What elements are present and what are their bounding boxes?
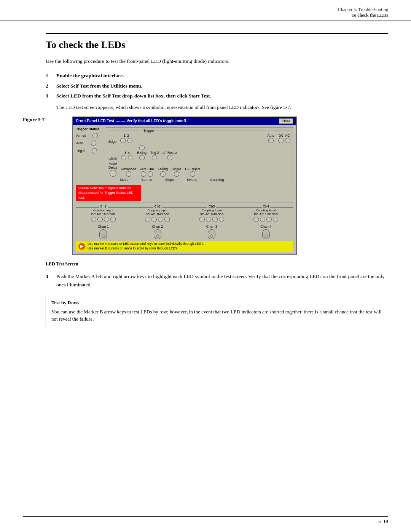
ch4-led-4 [273, 217, 278, 222]
ac-label: AC [285, 134, 290, 137]
chan3-block: Chan 3 [185, 225, 239, 239]
warning-box: Please Note: Input signals must be disco… [76, 185, 141, 201]
ch3-input-label: Input [215, 209, 222, 212]
trigger-label: Trigger [142, 129, 155, 133]
edge-2-led [127, 138, 132, 143]
ch4-line-right [270, 207, 293, 208]
line-label: Line [148, 167, 154, 171]
step-3-num: 3 [46, 92, 56, 100]
coupling-bottom-label: Coupling [210, 178, 224, 182]
ch1-name: Ch1 [99, 204, 108, 208]
close-button[interactable]: Close [279, 118, 293, 124]
ch1-impedance: 1MΩ 50Ω [102, 212, 115, 216]
chan1-block: Chan 1 [76, 225, 131, 239]
intro-paragraph: Use the following procedure to test the … [46, 58, 388, 65]
ch3-ac: AC [205, 212, 209, 216]
ch2-circles [145, 216, 170, 222]
chan4-block: Chan 4 [239, 225, 293, 239]
ch2-dc: DC [145, 212, 150, 216]
falling-led [160, 171, 166, 177]
ch3-line-left [185, 207, 207, 208]
page-footer: 5–19 [23, 516, 388, 524]
ch2-led-3 [158, 217, 163, 222]
single-led [174, 171, 179, 177]
ch3-dc: DC [200, 212, 204, 216]
section-divider [76, 203, 293, 203]
info-bar: ▶ Use marker A cursors or LED associated… [76, 241, 293, 252]
info-line1: Use marker A cursors or LED associated k… [88, 242, 204, 246]
ch1-led-1 [91, 217, 96, 222]
step-1-num: 1 [46, 72, 56, 80]
ch3-dcac: DC AC 1MΩ 50Ω [200, 212, 224, 216]
ac-led [285, 138, 290, 143]
glitch-3-led [121, 155, 126, 160]
step-3: 3 Select LED from the Self Test drop-dow… [46, 92, 388, 100]
ch1-dcac: DC AC 1MΩ 50Ω [91, 212, 115, 216]
ch2-line-left [131, 207, 153, 208]
ch1-circles [91, 216, 116, 222]
aux-label: Aux [140, 167, 146, 171]
ch3-impedance: 1MΩ 50Ω [210, 212, 223, 216]
ch4-dcac: DC AC 1MΩ 50Ω [254, 212, 278, 216]
ch3-led-4 [219, 217, 224, 222]
ch1-led-2 [97, 217, 103, 222]
source-label: Source [142, 178, 153, 182]
ch2-dcac: DC AC 1MΩ 50Ω [145, 212, 169, 216]
section-text: To check the LEDs [23, 13, 388, 18]
screen-caption: LED Test Screen [46, 261, 388, 267]
chan1-label: Chan 1 [98, 225, 109, 228]
auto-led [91, 141, 96, 146]
ch4-title-bar: Ch4 [239, 204, 293, 208]
hf-reject-led [190, 171, 195, 177]
ch2-title-bar: Ch2 [131, 204, 185, 208]
ch1-block: Ch1 Coupling Input DC AC 1MΩ 50Ω [76, 204, 131, 222]
advanced-led [126, 171, 131, 177]
ch3-led-1 [199, 217, 205, 222]
step4-row: 4 Push the Marker A left and right arrow… [46, 272, 388, 289]
step4-text: Push the Marker A left and right arrow k… [56, 272, 388, 289]
ch2-led-2 [151, 217, 157, 222]
ch3-line-right [216, 207, 239, 208]
ch2-line-right [162, 207, 185, 208]
sweep-label: Sweep [187, 178, 198, 182]
ch1-dc: DC [91, 212, 96, 216]
glitch-4-led [128, 155, 133, 160]
falling-label: Falling [158, 167, 168, 171]
ch3-title-bar: Ch3 [185, 204, 239, 208]
aux-led [141, 171, 146, 177]
trigger-panel: Trigger Edge 1 [106, 127, 293, 183]
edge-1-led [120, 138, 126, 143]
ch2-sub-labels: Coupling Input [148, 209, 167, 212]
armed-row: Armed [76, 133, 103, 139]
sub-paragraph: The LED test screen appears, which shows… [56, 104, 388, 111]
step4-num: 4 [46, 273, 56, 280]
chan2-knob [154, 229, 161, 239]
num1-label: 1 [124, 134, 126, 137]
ch3-circles [199, 216, 224, 222]
step-3-text: Select LED from the Self Test drop-down … [56, 92, 211, 100]
ch4-dc: DC [254, 212, 258, 216]
ch4-circles [253, 216, 278, 222]
chan4-label: Chan 4 [260, 225, 271, 228]
mode-label: Mode [120, 178, 129, 182]
line-led [148, 171, 153, 177]
steps-list: 1 Enable the graphical interface. 2 Sele… [46, 72, 388, 100]
ch4-line-left [239, 207, 262, 208]
auto2-label: Auto [267, 134, 274, 137]
chan3-label: Chan 3 [206, 225, 217, 228]
ch1-ac: AC [97, 212, 101, 216]
lf-reject-label: LF Reject [162, 151, 177, 155]
info-text: Use marker A cursors or LED associated k… [88, 242, 204, 251]
chan1-knob [99, 229, 107, 239]
ch3-led-2 [206, 217, 211, 222]
ch1-line-right [108, 207, 131, 208]
chan4-knob [262, 229, 270, 239]
ch4-led-3 [266, 217, 272, 222]
trigD-led [92, 148, 97, 153]
info-line2: Use marker B cursors or knobs to scroll … [88, 246, 204, 251]
trigD2-led [152, 155, 157, 160]
armed-led [92, 133, 98, 138]
ch3-block: Ch3 Coupling Input DC AC 1MΩ 50Ω [185, 204, 239, 222]
main-delay-label: Main/ Delay [108, 162, 117, 169]
ch4-led-2 [260, 217, 265, 222]
